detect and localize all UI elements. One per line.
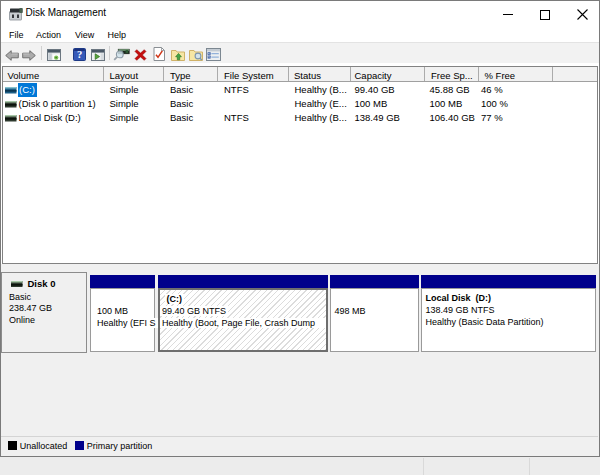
- svg-text:?: ?: [77, 49, 82, 60]
